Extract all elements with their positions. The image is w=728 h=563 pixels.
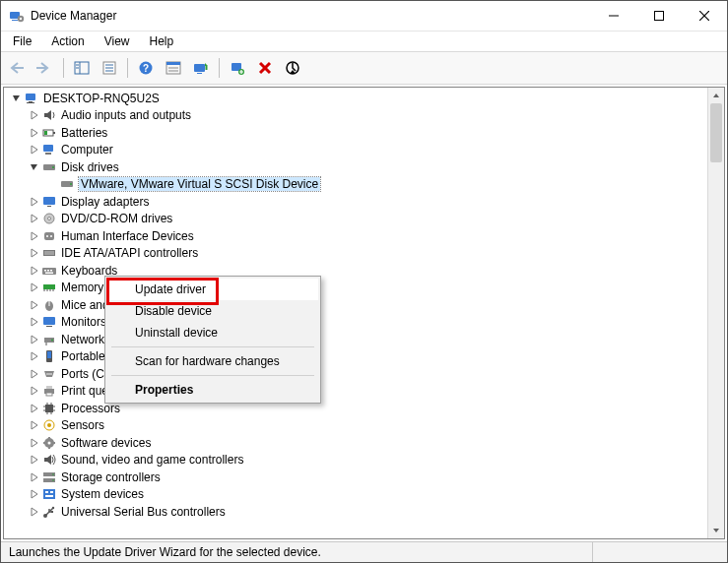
svg-text:?: ? [143,63,149,74]
svg-rect-55 [50,270,52,272]
expander-closed-icon[interactable] [28,418,41,432]
svg-point-3 [20,18,22,20]
tree-item[interactable]: Sensors [4,417,708,435]
tree-item-label: Sensors [61,418,104,432]
tree-item-label: System devices [61,487,144,501]
tree-item[interactable]: Sound, video and game controllers [4,452,708,469]
expander-closed-icon[interactable] [28,436,41,450]
tree-item[interactable]: VMware, VMware Virtual S SCSI Disk Devic… [4,176,708,194]
svg-point-41 [70,183,72,185]
tree-item-label: Storage controllers [61,470,161,484]
context-menu-item[interactable]: Scan for hardware changes [107,350,318,372]
uninstall-button[interactable] [252,56,278,80]
tree-item[interactable]: Display adapters [4,193,708,211]
expander-closed-icon[interactable] [28,333,41,346]
scroll-thumb[interactable] [710,103,722,162]
expander-closed-icon[interactable] [28,195,41,209]
back-button [5,56,31,80]
svg-point-71 [46,373,48,375]
scroll-down-button[interactable] [708,523,724,538]
tree-item[interactable]: IDE ATA/ATAPI controllers [4,245,708,263]
expander-closed-icon[interactable] [28,402,41,415]
disable-button[interactable] [280,56,305,80]
expander-closed-icon[interactable] [28,367,41,381]
svg-point-39 [52,166,54,168]
expander-closed-icon[interactable] [28,453,41,467]
tree-item[interactable]: Software devices [4,434,708,452]
expander-closed-icon[interactable] [28,229,41,243]
expander-open-icon[interactable] [28,160,41,174]
computer-icon [24,91,39,106]
menu-action[interactable]: Action [43,32,92,50]
expander-closed-icon[interactable] [28,281,41,294]
svg-point-47 [46,235,48,237]
expander-closed-icon[interactable] [28,505,41,519]
menu-view[interactable]: View [97,32,138,50]
menu-help[interactable]: Help [142,32,182,50]
tree-item[interactable]: Audio inputs and outputs [4,107,708,125]
tree-item-label: IDE ATA/ATAPI controllers [61,246,198,260]
context-menu: Update driverDisable deviceUninstall dev… [104,276,321,404]
tree-item[interactable]: Human Interface Devices [4,227,708,245]
printer-icon [41,383,57,399]
context-menu-item[interactable]: Update driver [107,279,318,300]
hid-icon [41,228,57,244]
view-button[interactable] [161,56,186,80]
expander-closed-icon[interactable] [28,264,41,278]
context-menu-item[interactable]: Uninstall device [107,322,318,344]
tree-item-label: DVD/CD-ROM drives [61,212,172,225]
expander-closed-icon[interactable] [28,349,41,363]
expander-closed-icon[interactable] [28,246,41,260]
tree-item[interactable]: Batteries [4,124,708,142]
tree-item[interactable]: Storage controllers [4,469,708,486]
svg-rect-34 [53,132,55,134]
svg-point-100 [52,507,54,509]
expander-open-icon[interactable] [10,92,24,105]
expander-closed-icon[interactable] [28,315,41,329]
tree-root[interactable]: DESKTOP-RNQ5U2S [4,90,708,107]
update-driver-button[interactable] [188,56,214,80]
expander-closed-icon[interactable] [28,384,41,398]
svg-rect-46 [44,232,54,240]
tree-item[interactable]: Universal Serial Bus controllers [4,503,708,521]
maximize-button[interactable] [636,1,682,31]
help-button[interactable]: ? [133,56,159,80]
software-icon [41,435,57,451]
scroll-track[interactable] [708,103,724,523]
forward-button [33,56,58,80]
properties-button[interactable] [97,56,122,80]
tree-item[interactable]: Disk drives [4,158,708,176]
sound-icon [41,452,57,468]
vertical-scrollbar[interactable] [707,88,724,538]
minimize-button[interactable] [591,1,636,31]
tree-item[interactable]: DVD/CD-ROM drives [4,211,708,228]
svg-rect-94 [43,489,55,499]
context-menu-item[interactable]: Disable device [107,300,318,322]
processor-icon [41,401,57,416]
expander-closed-icon[interactable] [28,108,41,122]
svg-rect-1 [12,20,18,21]
network-icon [41,332,57,347]
context-menu-item[interactable]: Properties [107,379,318,401]
expander-closed-icon[interactable] [28,212,41,225]
toolbar-separator [63,58,64,78]
svg-point-93 [52,479,54,481]
svg-point-67 [51,339,53,341]
expander-closed-icon[interactable] [28,487,41,501]
show-hide-tree-button[interactable] [69,56,95,80]
menu-file[interactable]: File [5,32,39,50]
svg-rect-97 [45,495,53,497]
expander-closed-icon[interactable] [28,143,41,156]
tree-item[interactable]: System devices [4,486,708,504]
expander-closed-icon[interactable] [28,126,41,140]
context-menu-separator [111,346,314,347]
keyboard-icon [41,263,57,279]
tree-item[interactable]: Computer [4,142,708,159]
expander-closed-icon[interactable] [28,298,41,312]
scroll-up-button[interactable] [708,88,724,103]
expander-closed-icon[interactable] [28,470,41,484]
scan-hardware-button[interactable] [225,56,250,80]
computer-small-icon [41,142,57,157]
close-button[interactable] [682,1,727,31]
svg-rect-42 [43,197,55,205]
